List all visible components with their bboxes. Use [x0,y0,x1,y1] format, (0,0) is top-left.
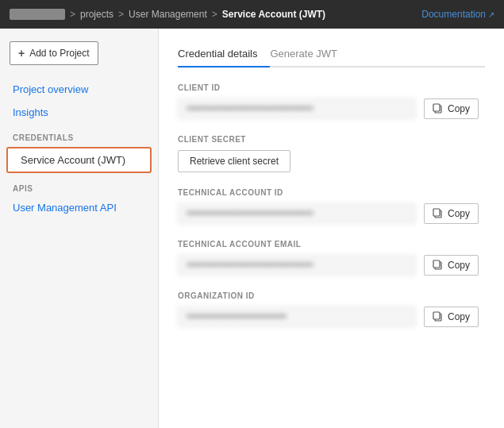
external-link-icon: ↗ [488,10,494,19]
client-id-row: •••••••••••••••••••••••••••••••••••••• C… [178,98,485,119]
breadcrumb-sep-1: > [70,9,75,20]
breadcrumb-user-management[interactable]: User Management [129,9,207,20]
technical-account-id-section: TECHNICAL ACCOUNT ID •••••••••••••••••••… [178,188,485,224]
technical-account-email-copy-button[interactable]: Copy [424,255,479,276]
technical-account-email-label: TECHNICAL ACCOUNT EMAIL [178,240,485,249]
copy-icon [433,311,444,322]
copy-icon [433,103,444,114]
organization-id-value: •••••••••••••••••••••••••••••• [178,307,416,327]
technical-account-email-copy-label: Copy [448,260,470,271]
breadcrumb-sep-3: > [212,9,217,20]
credentials-section-label: CREDENTIALS [0,124,158,145]
main-layout: + Add to Project Project overview Insigh… [0,29,504,428]
apis-section-label: APIS [0,175,158,196]
add-to-project-label: Add to Project [29,48,89,59]
organization-id-copy-button[interactable]: Copy [424,307,479,327]
organization-id-label: ORGANIZATION ID [178,291,485,300]
plus-icon: + [18,47,25,60]
svg-rect-5 [433,260,440,268]
tabs-bar: Credential details Generate JWT [178,41,485,67]
client-id-section: CLIENT ID ••••••••••••••••••••••••••••••… [178,83,485,119]
sidebar-item-user-management-api[interactable]: User Management API [0,196,158,219]
client-id-label: CLIENT ID [178,83,485,92]
tab-generate-jwt[interactable]: Generate JWT [270,41,350,67]
technical-account-id-copy-label: Copy [448,208,470,219]
client-id-value: •••••••••••••••••••••••••••••••••••••• [178,98,416,119]
retrieve-client-secret-button[interactable]: Retrieve client secret [178,150,290,172]
main-content: Credential details Generate JWT CLIENT I… [159,29,504,428]
technical-account-email-value: •••••••••••••••••••••••••••••••••••••• [178,255,416,276]
technical-account-id-copy-button[interactable]: Copy [424,203,479,224]
client-id-copy-button[interactable]: Copy [424,98,479,119]
svg-rect-7 [433,312,440,319]
sidebar-item-service-account[interactable]: Service Account (JWT) [6,147,152,173]
sidebar-item-insights[interactable]: Insights [0,101,158,124]
client-secret-label: CLIENT SECRET [178,135,485,144]
organization-id-row: •••••••••••••••••••••••••••••• Copy [178,307,485,327]
tab-credential-details[interactable]: Credential details [178,41,270,67]
sidebar: + Add to Project Project overview Insigh… [0,29,159,428]
client-id-copy-label: Copy [448,103,470,114]
breadcrumb-current: Service Account (JWT) [222,9,325,20]
sidebar-item-project-overview[interactable]: Project overview [0,78,158,101]
brand-logo [10,9,65,20]
technical-account-email-section: TECHNICAL ACCOUNT EMAIL ••••••••••••••••… [178,240,485,276]
svg-rect-3 [433,209,440,216]
breadcrumb-projects[interactable]: projects [80,9,113,20]
breadcrumb-sep-2: > [118,9,124,20]
add-to-project-button[interactable]: + Add to Project [10,41,98,65]
svg-rect-1 [433,104,440,111]
technical-account-id-value: •••••••••••••••••••••••••••••••••••••• [178,203,416,224]
client-secret-section: CLIENT SECRET Retrieve client secret [178,135,485,172]
client-secret-row: Retrieve client secret [178,150,485,172]
copy-icon [433,208,444,219]
technical-account-email-row: •••••••••••••••••••••••••••••••••••••• C… [178,255,485,276]
documentation-link[interactable]: Documentation ↗ [421,9,494,20]
technical-account-id-row: •••••••••••••••••••••••••••••••••••••• C… [178,203,485,224]
copy-icon [433,260,444,271]
topbar: > projects > User Management > Service A… [0,0,504,29]
technical-account-id-label: TECHNICAL ACCOUNT ID [178,188,485,197]
organization-id-section: ORGANIZATION ID ••••••••••••••••••••••••… [178,291,485,327]
organization-id-copy-label: Copy [448,311,470,322]
